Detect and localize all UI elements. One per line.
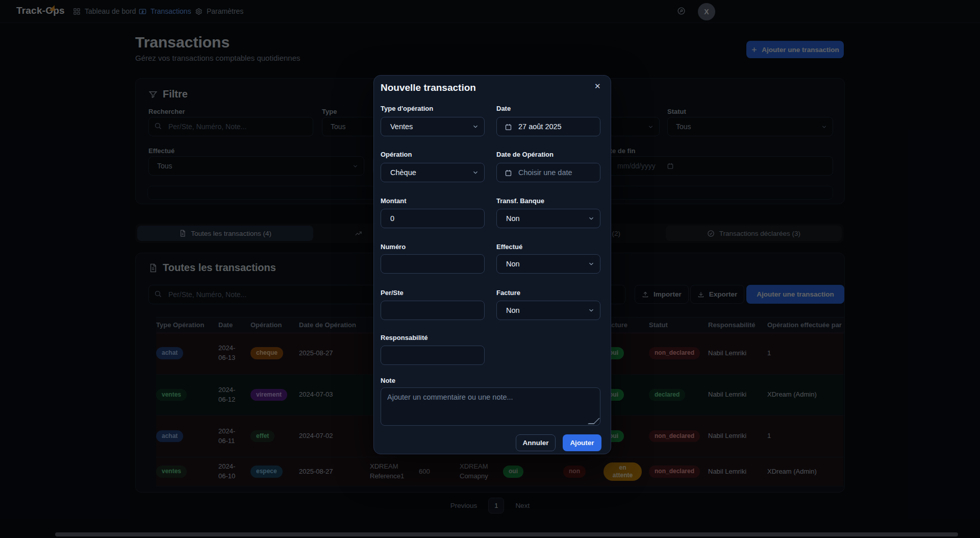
type-operation-select[interactable]: Ventes <box>381 117 485 136</box>
type-operation-label: Type d'opération <box>381 105 433 112</box>
montant-label: Montant <box>381 197 407 205</box>
date-label: Date <box>496 105 511 112</box>
app-window: Track-Ops Tableau de bord Transactions P… <box>0 0 980 538</box>
note-textarea[interactable] <box>381 387 600 426</box>
cancel-button[interactable]: Annuler <box>516 434 556 451</box>
new-transaction-dialog: Nouvelle transaction ✕ Type d'opération … <box>373 75 611 454</box>
operation-label: Opération <box>381 151 412 158</box>
note-label: Note <box>381 377 395 384</box>
horizontal-scrollbar[interactable] <box>55 532 958 536</box>
chevron-down-icon <box>588 307 595 314</box>
perste-input[interactable] <box>381 301 485 320</box>
effectue-modal-select[interactable]: Non <box>496 254 600 274</box>
numero-label: Numéro <box>381 243 406 251</box>
calendar-icon <box>505 123 512 131</box>
chevron-down-icon <box>472 123 479 130</box>
chevron-down-icon <box>588 260 595 267</box>
submit-button[interactable]: Ajouter <box>563 434 601 451</box>
dialog-title: Nouvelle transaction <box>381 82 476 93</box>
operation-select[interactable]: Chèque <box>381 163 485 182</box>
numero-input[interactable] <box>381 254 485 274</box>
perste-label: Per/Ste <box>381 289 404 297</box>
calendar-icon <box>505 169 512 177</box>
close-icon[interactable]: ✕ <box>592 80 603 93</box>
effectue-modal-label: Effectué <box>496 243 522 251</box>
chevron-down-icon <box>472 169 479 176</box>
date-input[interactable]: 27 août 2025 <box>496 117 600 136</box>
responsabilite-label: Responsabilité <box>381 334 428 341</box>
date-operation-label: Date de Opération <box>496 151 554 158</box>
transf-banque-select[interactable]: Non <box>496 209 600 228</box>
date-operation-input[interactable]: Choisir une date <box>496 163 600 182</box>
facture-label: Facture <box>496 289 520 297</box>
responsabilite-input[interactable] <box>381 346 485 365</box>
chevron-down-icon <box>588 215 595 222</box>
montant-input[interactable] <box>381 209 485 228</box>
transf-banque-label: Transf. Banque <box>496 197 544 205</box>
facture-select[interactable]: Non <box>496 301 600 320</box>
